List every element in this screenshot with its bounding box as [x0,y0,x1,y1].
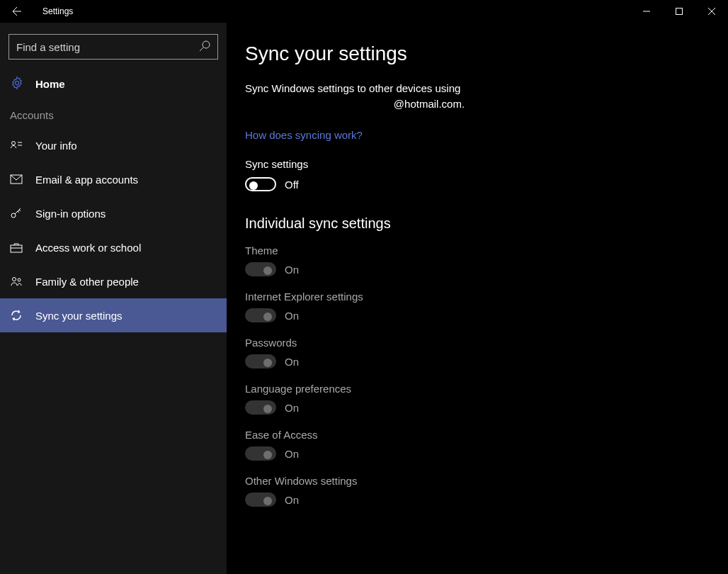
theme-state: On [285,264,299,276]
how-syncing-works-link[interactable]: How does syncing work? [245,129,363,141]
sidebar-item-signin-options[interactable]: Sign-in options [0,196,227,230]
search-placeholder: Find a setting [16,41,199,53]
search-icon [199,40,210,54]
sidebar-item-your-info[interactable]: Your info [0,128,227,162]
back-button[interactable] [3,0,31,23]
description-line-2: @hotmail.com. [245,96,613,112]
sync-icon [10,309,23,322]
window-title: Settings [42,6,73,16]
sync-settings-label: Sync settings [245,158,710,170]
language-toggle [245,400,276,415]
key-icon [10,207,23,220]
svg-point-8 [18,278,21,281]
ie-toggle [245,308,276,322]
other-windows-toggle [245,493,276,507]
home-label: Home [35,78,65,90]
people-icon [10,275,23,288]
sidebar-item-label: Your info [35,140,77,152]
setting-title-ie: Internet Explorer settings [245,291,710,303]
ease-of-access-toggle [245,446,276,461]
sidebar-item-access-work-school[interactable]: Access work or school [0,230,227,264]
maximize-button[interactable] [663,0,695,23]
setting-title-theme: Theme [245,244,710,257]
setting-title-other: Other Windows settings [245,475,710,487]
sidebar-item-email-accounts[interactable]: Email & app accounts [0,162,227,196]
main-content: Sync your settings Sync Windows settings… [227,23,728,574]
sync-settings-state: Off [285,179,299,191]
sidebar-item-label: Access work or school [35,242,141,254]
sidebar-item-label: Email & app accounts [35,174,138,186]
sidebar-section-accounts: Accounts [0,99,227,128]
svg-rect-0 [676,9,683,15]
window-controls [630,0,728,23]
setting-title-passwords: Passwords [245,337,710,349]
ease-of-access-state: On [285,448,299,460]
briefcase-icon [10,241,23,254]
passwords-state: On [285,356,299,368]
mail-icon [10,173,23,186]
setting-title-ease-of-access: Ease of Access [245,429,710,441]
svg-point-3 [12,142,16,145]
sidebar-item-label: Family & other people [35,276,139,288]
sidebar-item-label: Sign-in options [35,208,106,220]
page-heading: Sync your settings [245,43,710,65]
passwords-toggle [245,354,276,368]
ie-state: On [285,310,299,322]
language-state: On [285,402,299,414]
sidebar-item-family[interactable]: Family & other people [0,264,227,298]
setting-title-language: Language preferences [245,383,710,395]
gear-icon [10,76,24,92]
other-windows-state: On [285,494,299,506]
sync-description: Sync Windows settings to other devices u… [245,81,613,112]
home-nav[interactable]: Home [0,68,227,99]
svg-point-7 [13,278,16,281]
individual-section-heading: Individual sync settings [245,215,710,232]
minimize-button[interactable] [630,0,663,23]
svg-rect-6 [11,245,22,252]
svg-point-2 [16,81,19,84]
description-line-1: Sync Windows settings to other devices u… [245,82,460,94]
sync-settings-toggle[interactable] [245,177,276,191]
titlebar: Settings [0,0,728,23]
sidebar: Find a setting Home Accounts Your info [0,23,227,574]
person-card-icon [10,139,23,152]
theme-toggle [245,262,276,276]
sidebar-item-sync-settings[interactable]: Sync your settings [0,298,227,332]
search-input[interactable]: Find a setting [8,34,218,60]
sidebar-item-label: Sync your settings [35,310,123,322]
close-button[interactable] [695,0,728,23]
